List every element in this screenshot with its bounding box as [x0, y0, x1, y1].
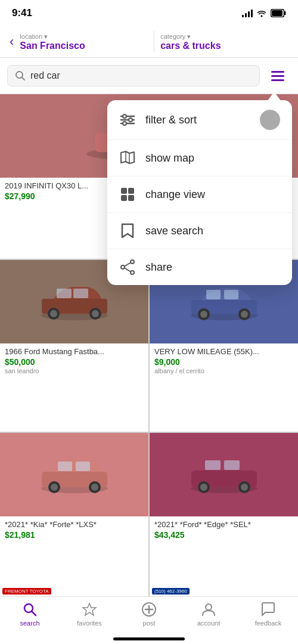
svg-rect-61 — [128, 188, 134, 194]
map-svg — [120, 150, 135, 166]
bookmark-svg — [121, 223, 134, 239]
svg-point-64 — [131, 260, 134, 264]
dropdown-item-filter-sort[interactable]: filter & sort — [107, 100, 292, 140]
svg-point-66 — [131, 271, 134, 274]
svg-point-65 — [121, 265, 125, 269]
grid-icon — [119, 186, 136, 203]
dropdown-arrow — [267, 92, 281, 101]
dropdown-label-change-view: change view — [145, 188, 280, 201]
svg-line-68 — [125, 268, 131, 272]
sliders-svg — [120, 113, 135, 126]
svg-point-57 — [123, 122, 126, 125]
dropdown-label-share: share — [145, 261, 280, 274]
svg-line-67 — [125, 263, 131, 267]
toggle-circle — [260, 110, 280, 130]
dropdown-item-change-view[interactable]: change view — [107, 177, 292, 213]
dropdown-label-filter-sort: filter & sort — [145, 114, 250, 126]
svg-rect-63 — [128, 195, 134, 201]
dropdown-item-show-map[interactable]: show map — [107, 140, 292, 177]
grid-svg — [120, 187, 135, 202]
dropdown-menu: filter & sort show map — [107, 100, 292, 285]
share-svg — [120, 259, 135, 275]
share-icon — [119, 259, 136, 275]
svg-point-56 — [129, 118, 132, 122]
svg-rect-62 — [121, 195, 127, 201]
dropdown-label-show-map: show map — [145, 152, 280, 165]
sliders-icon — [119, 112, 136, 128]
dropdown-item-share[interactable]: share — [107, 249, 292, 285]
map-icon — [119, 150, 136, 166]
dropdown-overlay[interactable]: filter & sort show map — [0, 0, 298, 644]
dropdown-item-save-search[interactable]: save search — [107, 213, 292, 249]
dropdown-label-save-search: save search — [145, 225, 280, 237]
svg-rect-60 — [121, 188, 127, 194]
bookmark-icon — [119, 222, 136, 239]
svg-point-55 — [123, 114, 126, 118]
